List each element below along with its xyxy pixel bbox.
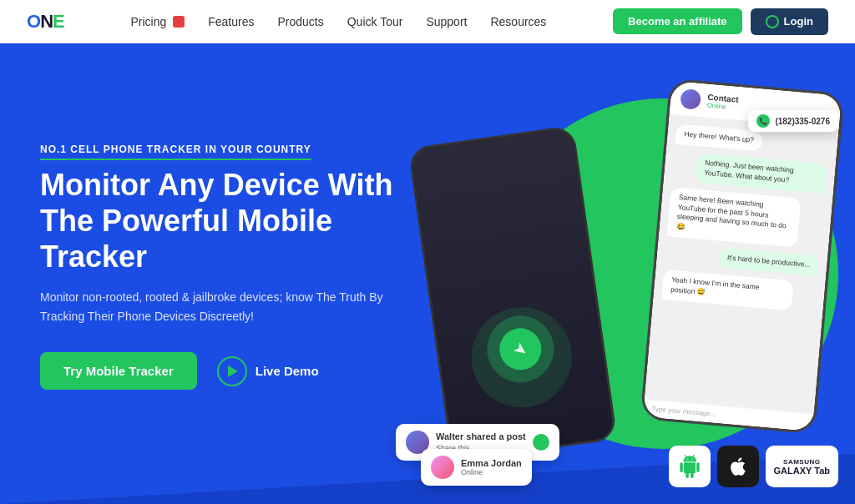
hero-section: NO.1 CELL PHONE TRACKER IN YOUR COUNTRY … <box>0 43 855 504</box>
features-link[interactable]: Features <box>208 15 254 28</box>
hot-badge-icon <box>173 16 185 28</box>
resources-link[interactable]: Resources <box>490 15 546 28</box>
hero-subtitle: NO.1 CELL PHONE TRACKER IN YOUR COUNTRY <box>40 144 311 160</box>
hero-description: Monitor non-rooted, rooted & jailbroke d… <box>40 288 394 325</box>
msg-4: It's hard to be productive... <box>718 248 820 276</box>
samsung-brand: SAMSUNG <box>783 458 820 466</box>
products-link[interactable]: Products <box>277 15 323 28</box>
notif-dot <box>533 434 549 451</box>
hero-visual: ➤ Walter shared a post Share this <box>387 43 855 504</box>
navbar: ONE Pricing Features Products Quick Tour… <box>0 0 855 43</box>
pricing-link[interactable]: Pricing <box>130 15 185 28</box>
play-triangle <box>228 365 238 377</box>
chat-messages: Hey there! What's up? Nothing. Just been… <box>645 115 839 413</box>
try-tracker-button[interactable]: Try Mobile Tracker <box>40 352 197 390</box>
phone-front-screen: Contact Online Hey there! What's up? Not… <box>643 81 842 431</box>
emma-status: Online <box>461 468 522 476</box>
nav-links: Pricing Features Products Quick Tour Sup… <box>130 14 546 29</box>
phone-number-bubble: 📞 (182)335-0276 <box>748 110 838 132</box>
play-icon <box>217 356 247 386</box>
live-demo-button[interactable]: Live Demo <box>217 356 319 386</box>
nav-actions: Become an affiliate Login <box>613 8 828 35</box>
msg-5: Yeah I know I'm in the same position 😅 <box>661 270 794 310</box>
hero-buttons: Try Mobile Tracker Live Demo <box>40 352 394 390</box>
notif-title: Walter shared a post <box>436 431 526 443</box>
android-badge[interactable] <box>669 446 711 487</box>
nav-item-resources[interactable]: Resources <box>490 14 546 29</box>
logo: ONE <box>27 11 64 33</box>
emma-name: Emma Jordan <box>461 458 522 468</box>
nav-item-products[interactable]: Products <box>277 14 323 29</box>
phone-icon: 📞 <box>756 114 770 128</box>
nav-item-support[interactable]: Support <box>426 14 467 29</box>
nav-item-features[interactable]: Features <box>208 14 254 29</box>
phone-number: (182)335-0276 <box>775 117 830 126</box>
emma-card: Emma Jordan Online <box>421 449 532 486</box>
samsung-tab: GALAXY Tab <box>774 466 830 476</box>
globe-icon <box>766 15 779 28</box>
samsung-badge[interactable]: SAMSUNG GALAXY Tab <box>766 446 838 487</box>
apple-badge[interactable] <box>717 446 759 487</box>
msg-2: Nothing. Just been watching YouTube. Wha… <box>695 153 827 194</box>
phone-back-screen: ➤ <box>411 128 615 459</box>
login-button[interactable]: Login <box>751 8 828 35</box>
phone-back: ➤ <box>408 125 618 462</box>
store-badges: SAMSUNG GALAXY Tab <box>669 446 838 487</box>
emma-avatar <box>431 456 454 479</box>
phones-container: ➤ Walter shared a post Share this <box>412 68 847 494</box>
support-link[interactable]: Support <box>426 15 467 28</box>
hero-title: Monitor Any Device With The Powerful Mob… <box>40 167 394 275</box>
affiliate-button[interactable]: Become an affiliate <box>613 8 742 34</box>
chat-avatar <box>680 88 701 110</box>
nav-item-pricing[interactable]: Pricing <box>130 14 185 29</box>
nav-item-quicktour[interactable]: Quick Tour <box>347 14 403 29</box>
quicktour-link[interactable]: Quick Tour <box>347 15 403 28</box>
hero-content: NO.1 CELL PHONE TRACKER IN YOUR COUNTRY … <box>0 141 434 390</box>
msg-3: Same here! Been watching YouTube for the… <box>667 187 802 248</box>
